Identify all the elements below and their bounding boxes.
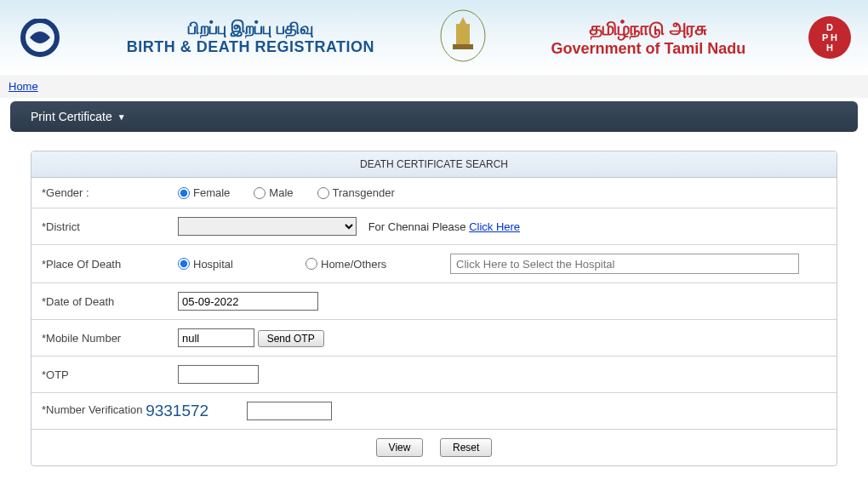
header-banner: பிறப்பு இறப்பு பதிவு BIRTH & DEATH REGIS… bbox=[0, 0, 868, 75]
svg-rect-2 bbox=[456, 24, 470, 48]
government-title-block: தமிழ்நாடு அரசு Government of Tamil Nadu bbox=[551, 18, 746, 58]
pod-home-radio[interactable] bbox=[306, 258, 317, 270]
place-of-death-row: *Place Of Death Hospital Home/Others bbox=[31, 245, 837, 283]
number-verification-row: *Number Verification 9331572 bbox=[31, 393, 837, 430]
content-area: DEATH CERTIFICATE SEARCH *Gender : Femal… bbox=[0, 135, 868, 482]
otp-label: *OTP bbox=[31, 357, 168, 393]
gender-label: *Gender : bbox=[31, 178, 168, 208]
view-button[interactable]: View bbox=[376, 438, 424, 457]
registration-title-block: பிறப்பு இறப்பு பதிவு BIRTH & DEATH REGIS… bbox=[127, 19, 374, 56]
breadcrumb-bar: Home bbox=[0, 75, 868, 98]
svg-marker-4 bbox=[460, 17, 466, 24]
date-of-death-label: *Date of Death bbox=[31, 283, 168, 320]
number-verification-label: *Number Verification bbox=[42, 403, 143, 416]
otp-row: *OTP bbox=[31, 357, 837, 393]
action-row: View Reset bbox=[31, 430, 837, 466]
crs-logo-icon bbox=[17, 19, 64, 57]
gender-row: *Gender : Female Male Transg bbox=[31, 178, 837, 208]
gender-radio-group: Female Male Transgender bbox=[178, 186, 826, 199]
place-of-death-label: *Place Of Death bbox=[31, 245, 168, 283]
pod-hospital-option[interactable]: Hospital bbox=[178, 258, 288, 271]
tamil-title: பிறப்பு இறப்பு பதிவு bbox=[127, 19, 374, 38]
hospital-select-input[interactable] bbox=[450, 254, 799, 274]
state-emblem bbox=[437, 9, 488, 66]
english-govt-text: Government of Tamil Nadu bbox=[551, 40, 746, 58]
date-of-death-input[interactable] bbox=[178, 292, 318, 311]
death-certificate-search-panel: DEATH CERTIFICATE SEARCH *Gender : Femal… bbox=[31, 151, 837, 466]
dph-badge-icon: DP HH bbox=[808, 16, 851, 59]
tamilnadu-emblem-icon bbox=[437, 9, 488, 64]
gender-transgender-radio[interactable] bbox=[317, 187, 329, 199]
chevron-down-icon: ▼ bbox=[117, 112, 126, 122]
chennai-click-here-link[interactable]: Click Here bbox=[469, 220, 520, 233]
menu-label: Print Certificate bbox=[31, 110, 112, 123]
district-row: *District For Chennai Please Click Here bbox=[31, 208, 837, 245]
logo-left bbox=[17, 19, 64, 57]
svg-rect-3 bbox=[453, 44, 473, 49]
mobile-number-input[interactable] bbox=[178, 328, 254, 347]
verification-code-display: 9331572 bbox=[146, 402, 243, 420]
pod-hospital-radio[interactable] bbox=[178, 258, 190, 270]
english-title: BIRTH & DEATH REGISTRATION bbox=[127, 38, 374, 56]
print-certificate-menu[interactable]: Print Certificate ▼ bbox=[31, 110, 126, 123]
mobile-number-label: *Mobile Number bbox=[31, 320, 168, 357]
send-otp-button[interactable]: Send OTP bbox=[258, 330, 324, 347]
gender-transgender-option[interactable]: Transgender bbox=[317, 186, 395, 199]
gender-male-option[interactable]: Male bbox=[254, 186, 293, 199]
gender-female-radio[interactable] bbox=[178, 187, 190, 199]
reset-button[interactable]: Reset bbox=[440, 438, 492, 457]
chennai-note: For Chennai Please Click Here bbox=[368, 220, 520, 233]
district-select[interactable] bbox=[178, 217, 357, 236]
panel-title: DEATH CERTIFICATE SEARCH bbox=[31, 151, 837, 178]
pod-home-option[interactable]: Home/Others bbox=[306, 258, 433, 271]
gender-male-radio[interactable] bbox=[254, 187, 266, 199]
gender-female-option[interactable]: Female bbox=[178, 186, 230, 199]
date-of-death-row: *Date of Death bbox=[31, 283, 837, 320]
mobile-number-row: *Mobile Number Send OTP bbox=[31, 320, 837, 357]
tamil-govt-text: தமிழ்நாடு அரசு bbox=[551, 18, 746, 40]
otp-input[interactable] bbox=[178, 365, 259, 384]
search-form-table: *Gender : Female Male Transg bbox=[31, 178, 837, 465]
district-label: *District bbox=[31, 208, 168, 245]
home-link[interactable]: Home bbox=[9, 80, 38, 93]
menu-bar: Print Certificate ▼ bbox=[10, 101, 858, 132]
verification-code-input[interactable] bbox=[247, 402, 332, 420]
